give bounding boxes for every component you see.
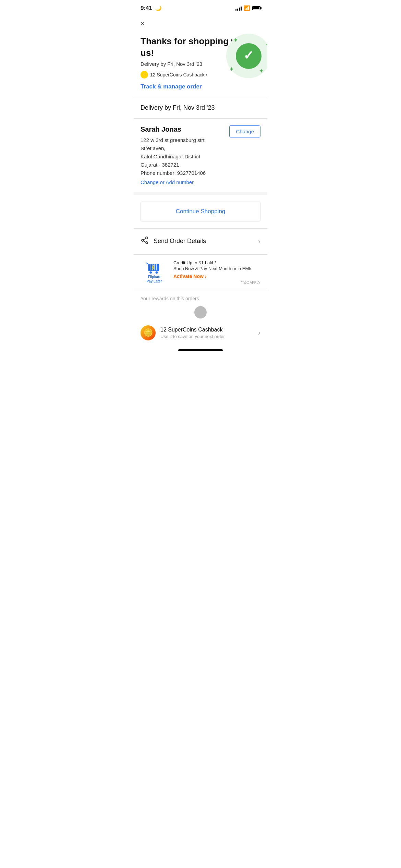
share-icon [141, 236, 149, 246]
battery-icon [252, 6, 260, 10]
track-manage-order-link[interactable]: Track & manage order [141, 83, 202, 90]
svg-line-4 [144, 238, 146, 240]
svg-point-12 [155, 271, 158, 274]
address-details: 122 w 3rd st greensburg strt Stret aven,… [141, 136, 260, 177]
send-order-left: Send Order Details [141, 236, 206, 246]
sparkle-icon-2: ✦ [229, 65, 234, 73]
tnc-text: *T&C APPLY [173, 281, 260, 285]
reward-chevron-icon: › [258, 329, 260, 337]
svg-line-3 [144, 241, 146, 242]
send-order-section[interactable]: Send Order Details › [134, 229, 267, 254]
address-line1: 122 w 3rd st greensburg strt [141, 137, 205, 143]
status-bar: 9:41 🌙 📶 [134, 0, 267, 14]
hero-section: Thanks for shopping with us! Delivery by… [134, 30, 267, 97]
flipkart-logo-area: Flipkart Pay Later [141, 261, 168, 284]
delivery-section: Delivery by Fri, Nov 3rd '23 [134, 97, 267, 118]
delivery-date-text: Delivery by Fri, Nov 3rd '23 [141, 104, 260, 111]
success-circle: ✦ ✦ ✦ ✦ ✓ [226, 34, 267, 78]
rewards-section: Your rewards on this orders 🪙 12 SuperCo… [134, 290, 267, 346]
address-line3: Kalol Gandhinagar District [141, 154, 200, 159]
phone-number: 9327701406 [177, 170, 206, 176]
change-add-number-link[interactable]: Change or Add number [141, 179, 260, 185]
thick-divider-1 [134, 192, 267, 195]
pay-later-title: Credit Up to ₹1 Lakh* [173, 260, 260, 265]
reward-item-subtitle: Use it to save on your next order [160, 334, 253, 339]
close-icon: × [141, 19, 145, 28]
address-line2: Stret aven, [141, 145, 166, 151]
pay-later-banner: Flipkart Pay Later Credit Up to ₹1 Lakh*… [134, 254, 267, 290]
send-order-text: Send Order Details [154, 238, 206, 245]
address-section: Sarah Jonas 122 w 3rd st greensburg strt… [134, 119, 267, 192]
supercoins-text: 12 SuperCoins Cashback › [150, 72, 207, 77]
activate-now-link[interactable]: Activate Now › [173, 274, 206, 279]
signal-bars-icon [235, 6, 242, 11]
sparkle-icon-4: ✦ [266, 42, 267, 47]
pay-later-content: Credit Up to ₹1 Lakh* Shop Now & Pay Nex… [173, 260, 260, 285]
home-indicator [134, 346, 267, 357]
address-line4: Gujarat - 382721 [141, 162, 179, 168]
svg-point-11 [149, 271, 152, 274]
reward-item-title: 12 SuperCoins Cashback [160, 327, 253, 333]
phone-label: Phone number: [141, 170, 176, 176]
toggle-dot [194, 306, 207, 318]
supercoins-icon: 🪙 [141, 325, 156, 340]
flipkart-cart-icon [145, 261, 163, 275]
svg-point-2 [146, 242, 148, 244]
success-checkmark-circle: ✓ [236, 43, 262, 69]
svg-point-1 [142, 239, 144, 241]
chevron-right-icon: › [258, 237, 260, 245]
lightning-icon: ⚡ [141, 71, 148, 79]
close-button[interactable]: × [134, 14, 267, 30]
flipkart-pay-later-label: Flipkart Pay Later [146, 275, 162, 284]
reward-content: 12 SuperCoins Cashback Use it to save on… [160, 327, 253, 339]
moon-icon: 🌙 [155, 5, 162, 11]
checkmark-icon: ✓ [243, 49, 254, 62]
svg-point-0 [146, 237, 148, 239]
status-icons: 📶 [235, 5, 260, 11]
rewards-title: Your rewards on this orders [141, 296, 260, 301]
continue-section: Continue Shopping [134, 195, 267, 228]
home-bar [178, 349, 223, 351]
toggle-indicator [141, 306, 260, 318]
wifi-icon: 📶 [244, 5, 250, 11]
sparkle-icon-3: ✦ [259, 67, 264, 75]
pay-later-subtitle: Shop Now & Pay Next Month or in EMIs [173, 266, 260, 271]
reward-item[interactable]: 🪙 12 SuperCoins Cashback Use it to save … [141, 323, 260, 346]
status-time: 9:41 🌙 [141, 5, 162, 12]
continue-shopping-button[interactable]: Continue Shopping [141, 202, 260, 221]
change-address-button[interactable]: Change [229, 125, 260, 137]
success-bg: ✦ ✦ ✦ ✦ ✓ [226, 34, 267, 78]
sparkle-icon-1: ✦ [233, 36, 238, 44]
